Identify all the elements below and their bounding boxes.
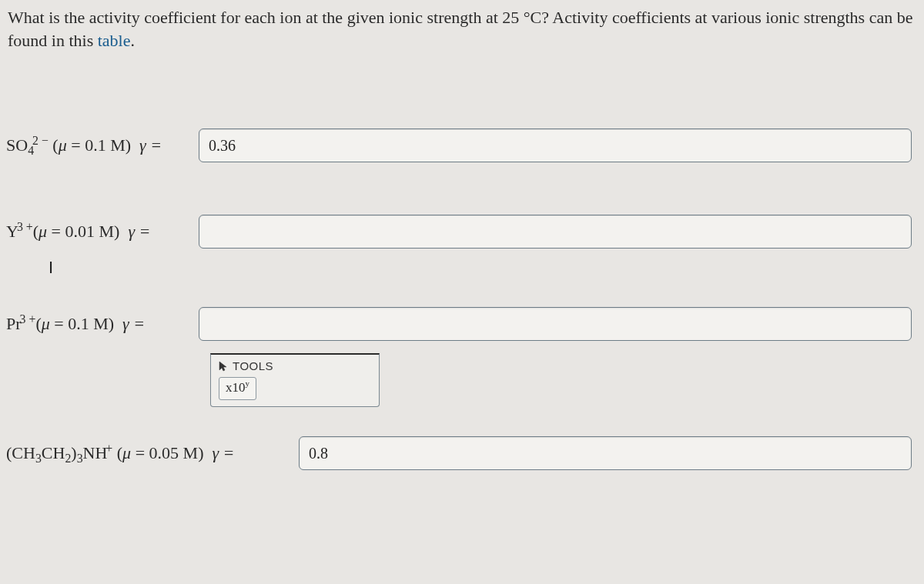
label-so4: SO42 − (μ = 0.1 M) γ = [6,135,199,155]
input-amine-gamma[interactable] [299,436,912,470]
input-y-gamma[interactable] [199,215,912,249]
label-pr: Pr3 +(μ = 0.1 M) γ = [6,314,199,334]
question-part-b: . [131,31,136,50]
tools-panel: TOOLS x10y [210,353,380,407]
answer-row-pr: Pr3 +(μ = 0.1 M) γ = [6,307,916,341]
answer-row-y: Y3 +(μ = 0.01 M) γ = [6,215,916,249]
answer-row-so4: SO42 − (μ = 0.1 M) γ = [6,128,916,162]
question-part-a: What is the activity coefficient for eac… [8,8,912,50]
table-link[interactable]: table [98,31,131,50]
input-so4-gamma[interactable] [199,128,912,162]
label-amine: (CH3CH2)3NH+ (μ = 0.05 M) γ = [6,443,299,463]
input-pr-gamma[interactable] [199,307,912,341]
sci-notation-button[interactable]: x10y [219,377,256,400]
label-y: Y3 +(μ = 0.01 M) γ = [6,222,199,242]
cursor-icon [219,361,228,372]
text-cursor-icon: I [49,258,916,278]
tools-title: TOOLS [219,359,371,372]
answer-row-amine: (CH3CH2)3NH+ (μ = 0.05 M) γ = [6,436,916,470]
question-text: What is the activity coefficient for eac… [0,0,924,52]
